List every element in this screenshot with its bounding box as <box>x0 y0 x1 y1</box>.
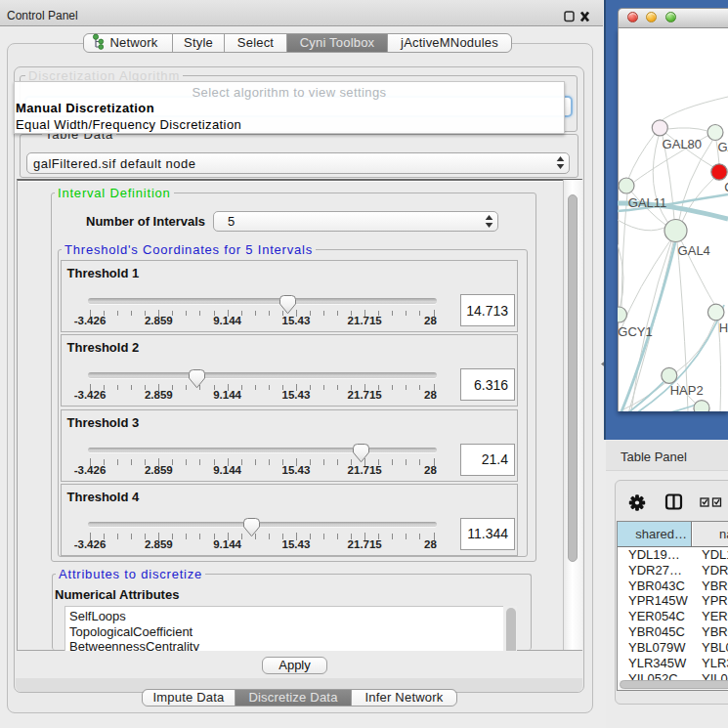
svg-text:HAP2: HAP2 <box>670 383 704 398</box>
svg-text:HA: HA <box>719 321 728 335</box>
svg-text:GAL11: GAL11 <box>628 195 667 210</box>
svg-text:GAL: GAL <box>717 140 728 154</box>
svg-text:GAL4: GAL4 <box>678 243 710 258</box>
svg-text:CR: CR <box>724 180 728 194</box>
svg-text:GCY1: GCY1 <box>618 324 652 339</box>
svg-text:GAL80: GAL80 <box>663 137 702 151</box>
